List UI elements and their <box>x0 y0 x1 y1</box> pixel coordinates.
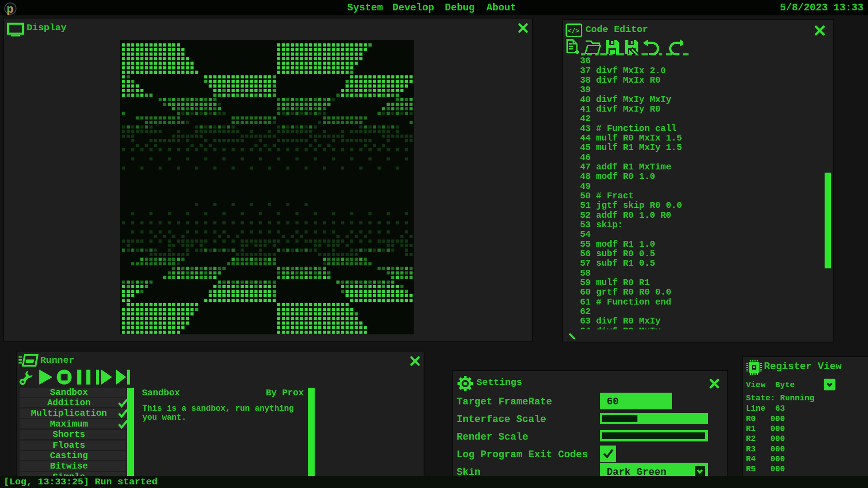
svg-text:</>: </> <box>568 28 579 35</box>
svg-text:p: p <box>7 3 14 15</box>
